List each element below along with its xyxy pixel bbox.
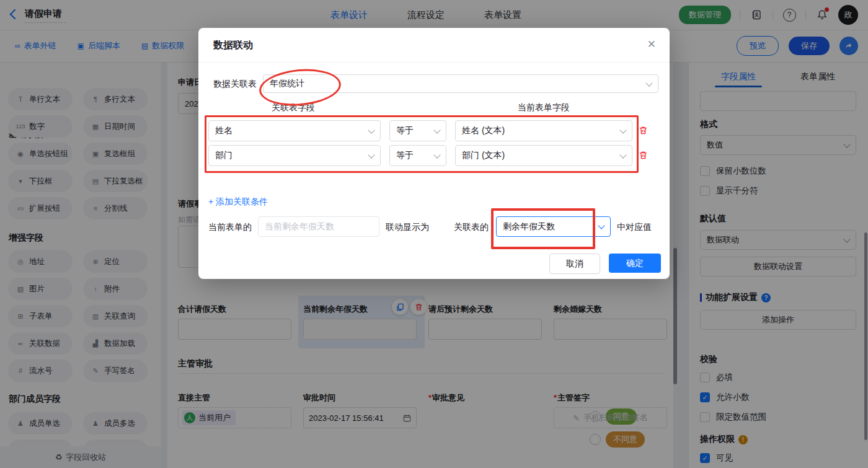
chevron-down-icon — [433, 151, 440, 158]
plus-icon: + — [208, 196, 213, 206]
chevron-down-icon — [368, 126, 374, 133]
display-as-label: 联动显示为 — [386, 222, 429, 233]
current-field-input[interactable]: 当前剩余年假天数 — [258, 216, 379, 237]
cancel-button[interactable]: 取消 — [549, 254, 600, 274]
related-field-select[interactable]: 剩余年假天数 — [496, 216, 611, 237]
chevron-down-icon — [433, 126, 440, 133]
condition-left-select[interactable]: 姓名 — [208, 120, 381, 141]
delete-condition-icon[interactable] — [639, 151, 648, 162]
current-form-label: 当前表单的 — [208, 222, 252, 233]
corresponding-value-label: 中对应值 — [617, 222, 652, 233]
column-header-current-form-field: 当前表单字段 — [518, 102, 570, 113]
condition-right-select[interactable]: 姓名 (文本) — [455, 120, 632, 141]
chevron-down-icon — [619, 126, 626, 133]
chevron-down-icon — [598, 222, 604, 229]
condition-op-select[interactable]: 等于 — [389, 120, 446, 141]
related-table-label: 关联表的 — [454, 222, 489, 233]
modal-title: 数据联动 — [213, 39, 253, 52]
link-table-select[interactable]: 年假统计 — [263, 74, 658, 93]
column-header-link-table-field: 关联表字段 — [272, 102, 315, 113]
link-table-label: 数据关联表 — [213, 79, 257, 90]
add-condition-link[interactable]: + 添加关联条件 — [208, 196, 268, 208]
delete-condition-icon[interactable] — [639, 126, 648, 137]
condition-left-select[interactable]: 部门 — [208, 145, 381, 166]
modal-divider — [198, 62, 670, 63]
confirm-button[interactable]: 确定 — [609, 254, 661, 273]
chevron-down-icon — [368, 151, 374, 158]
chevron-down-icon — [645, 79, 652, 86]
condition-right-select[interactable]: 部门 (文本) — [455, 145, 632, 166]
data-linkage-modal: 数据联动 ✕ 数据关联表 年假统计 关联表字段 当前表单字段 姓名 等于 姓名 … — [198, 28, 670, 279]
chevron-down-icon — [619, 151, 626, 158]
condition-op-select[interactable]: 等于 — [389, 145, 446, 166]
close-icon[interactable]: ✕ — [647, 38, 656, 51]
